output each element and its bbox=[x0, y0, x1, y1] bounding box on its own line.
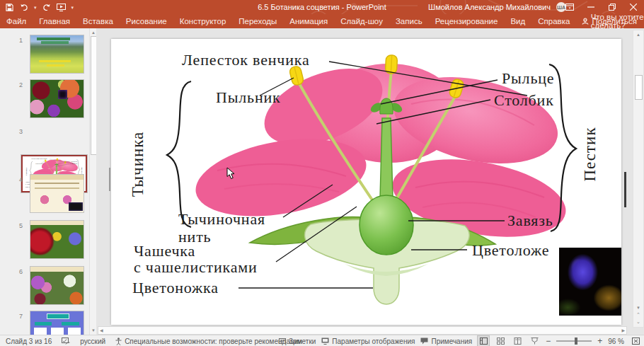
decor-bar bbox=[39, 60, 71, 62]
tab-slideshow[interactable]: Слайд-шоу bbox=[334, 14, 389, 28]
slide-thumbnail-6[interactable] bbox=[30, 267, 84, 304]
notes-button[interactable]: Заметки bbox=[279, 338, 316, 345]
language-indicator[interactable]: русский bbox=[80, 338, 105, 345]
close-button[interactable] bbox=[623, 0, 644, 14]
comments-button[interactable]: Примечания bbox=[420, 338, 472, 345]
tab-review[interactable]: Рецензирование bbox=[429, 14, 505, 28]
status-bar: Слайд 3 из 16 русский Специальные возмож… bbox=[0, 335, 644, 346]
customize-qat-icon[interactable]: ▾ bbox=[71, 5, 74, 10]
title-bar: ▾ ▾ 6.5 Ботаника соцветия - PowerPoint Ш… bbox=[0, 0, 644, 14]
fit-slide-to-window-button[interactable] bbox=[630, 336, 641, 346]
normal-view-button[interactable] bbox=[478, 336, 489, 346]
decor-bar bbox=[47, 313, 69, 319]
slide-number-2: 2 bbox=[10, 81, 23, 88]
zoom-slider[interactable] bbox=[556, 340, 592, 342]
slide-number-1: 1 bbox=[10, 37, 23, 44]
artifact-line-right bbox=[624, 172, 626, 207]
tab-help[interactable]: Справка bbox=[531, 14, 576, 28]
reading-view-button[interactable] bbox=[512, 336, 523, 346]
share-button[interactable]: Поделиться bbox=[582, 14, 637, 28]
slide-number-5: 5 bbox=[10, 222, 23, 229]
decor-bar bbox=[35, 188, 79, 189]
start-slideshow-icon[interactable] bbox=[57, 2, 67, 12]
artifact-line-left bbox=[109, 168, 110, 191]
slide-thumbnail-7[interactable] bbox=[30, 311, 84, 335]
tab-transitions[interactable]: Переходы bbox=[232, 14, 283, 28]
decor-box bbox=[34, 328, 47, 335]
tab-file[interactable]: Файл bbox=[0, 14, 33, 28]
vertical-scrollbar[interactable]: ▲ ▼ ⌃ ⌄ bbox=[633, 30, 644, 328]
slide-thumbnail-5[interactable] bbox=[30, 221, 84, 258]
share-label: Поделиться bbox=[592, 17, 637, 25]
decor-bar bbox=[41, 41, 69, 44]
mouse-cursor bbox=[226, 167, 235, 180]
display-settings-button[interactable]: Параметры отображения bbox=[321, 338, 415, 345]
minimize-button[interactable] bbox=[580, 0, 602, 14]
current-slide[interactable] bbox=[111, 39, 621, 325]
next-slide-icon[interactable]: ⌄ bbox=[633, 319, 643, 324]
monitor-icon bbox=[321, 338, 329, 345]
slide-thumbnail-4[interactable] bbox=[30, 175, 84, 212]
spell-check-icon[interactable] bbox=[62, 338, 70, 345]
quick-access-toolbar: ▾ ▾ bbox=[4, 0, 74, 14]
decor-flower bbox=[37, 195, 52, 206]
tab-design[interactable]: Конструктор bbox=[173, 14, 233, 28]
scrollbar-thumb[interactable] bbox=[635, 75, 643, 100]
comment-icon bbox=[420, 338, 428, 345]
undo-icon[interactable] bbox=[19, 2, 29, 12]
zoom-level[interactable]: 96 % bbox=[608, 338, 624, 345]
previous-slide-icon[interactable]: ⌃ bbox=[633, 312, 643, 317]
video-overlay[interactable] bbox=[559, 248, 621, 316]
notes-icon bbox=[279, 338, 286, 345]
undo-dropdown-icon[interactable]: ▾ bbox=[34, 5, 37, 10]
slide-thumbnail-2[interactable] bbox=[30, 80, 84, 117]
notes-label: Заметки bbox=[289, 338, 316, 345]
slide-thumbnail-panel: 1 2 3 4 5 6 7 bbox=[0, 28, 89, 335]
scroll-right-icon[interactable]: ▶ bbox=[621, 328, 625, 333]
scroll-down-icon[interactable]: ▼ bbox=[633, 306, 643, 310]
decor-bar bbox=[37, 38, 70, 40]
slide-canvas: ▲ ▼ ⌃ ⌄ ◀ ▶ bbox=[96, 28, 644, 335]
redo-icon[interactable] bbox=[42, 2, 52, 12]
accessibility-icon bbox=[115, 338, 122, 345]
decor-bar bbox=[47, 64, 65, 67]
scroll-left-icon[interactable]: ◀ bbox=[100, 328, 103, 333]
decor-bar bbox=[35, 322, 52, 325]
tab-record[interactable]: Запись bbox=[389, 14, 429, 28]
zoom-in-button[interactable]: + bbox=[597, 336, 602, 346]
comments-label: Примечания bbox=[431, 338, 472, 345]
zoom-slider-thumb[interactable] bbox=[575, 338, 577, 345]
ribbon-tabs: Файл Главная Вставка Рисование Конструкт… bbox=[0, 14, 644, 28]
user-name[interactable]: Шмойлов Александр Михайлович bbox=[428, 0, 551, 14]
scroll-up-icon[interactable]: ▲ bbox=[633, 33, 643, 37]
slide-thumbnail-1[interactable] bbox=[30, 35, 84, 73]
decor-box bbox=[51, 328, 64, 335]
slide-sorter-view-button[interactable] bbox=[495, 336, 506, 346]
flower-diagram bbox=[111, 39, 621, 325]
tab-draw[interactable]: Рисование bbox=[120, 14, 173, 28]
decor-box bbox=[68, 328, 81, 335]
tab-insert[interactable]: Вставка bbox=[76, 14, 120, 28]
decor-bar bbox=[62, 322, 80, 325]
slide-number-6: 6 bbox=[10, 268, 23, 275]
accessibility-label: Специальные возможности: проверьте реком… bbox=[125, 338, 302, 345]
slide-number-3: 3 bbox=[10, 128, 23, 135]
tab-view[interactable]: Вид bbox=[504, 14, 531, 28]
ribbon-display-options-icon[interactable] bbox=[559, 0, 580, 14]
slide-number-4: 4 bbox=[10, 176, 23, 183]
embedded-video-thumb bbox=[69, 202, 83, 211]
embedded-video-thumb bbox=[58, 90, 67, 99]
zoom-out-button[interactable]: − bbox=[546, 336, 551, 346]
tab-home[interactable]: Главная bbox=[33, 14, 76, 28]
slide-number-7: 7 bbox=[10, 313, 23, 320]
save-icon[interactable] bbox=[4, 2, 14, 12]
slideshow-view-button[interactable] bbox=[529, 336, 540, 346]
restore-button[interactable] bbox=[602, 0, 623, 14]
slide-counter[interactable]: Слайд 3 из 16 bbox=[6, 338, 52, 345]
tab-animations[interactable]: Анимация bbox=[283, 14, 334, 28]
display-settings-label: Параметры отображения bbox=[332, 338, 415, 345]
powerpoint-window: Лепесток венчика Пыльник Рыльце Столбик … bbox=[0, 0, 644, 346]
person-icon bbox=[582, 18, 589, 25]
horizontal-scrollbar[interactable]: ◀ ▶ bbox=[98, 326, 627, 335]
accessibility-status[interactable]: Специальные возможности: проверьте реком… bbox=[115, 338, 302, 345]
